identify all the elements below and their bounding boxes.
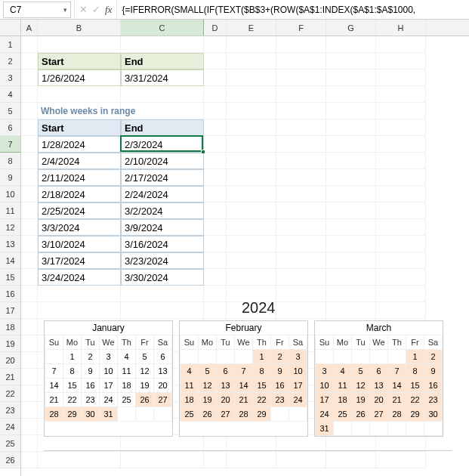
row-header[interactable]: 13 — [0, 236, 20, 252]
cell[interactable] — [121, 452, 204, 468]
cell[interactable] — [38, 452, 121, 468]
cell[interactable] — [376, 286, 426, 302]
cell[interactable] — [326, 153, 376, 169]
calendar-day[interactable]: 13 — [217, 379, 235, 393]
row-header[interactable]: 23 — [0, 402, 20, 419]
calendar-day[interactable] — [118, 407, 136, 422]
cell[interactable]: 2/18/2024 — [38, 186, 121, 202]
calendar-day[interactable]: 18 — [334, 393, 352, 407]
calendar-day[interactable] — [136, 407, 154, 422]
calendar-day[interactable]: 15 — [253, 379, 271, 393]
cell[interactable] — [121, 103, 204, 119]
cell[interactable] — [276, 435, 326, 452]
calendar-day[interactable]: 25 — [118, 393, 136, 407]
calendar-day[interactable]: 23 — [82, 393, 100, 407]
col-header[interactable]: D — [204, 20, 227, 36]
formula-input[interactable]: {=IFERROR(SMALL(IF(TEXT($B$3+(ROW($A$1:I… — [117, 0, 469, 19]
row-header[interactable]: 1 — [0, 36, 20, 53]
cell[interactable] — [204, 269, 227, 286]
cell[interactable] — [204, 86, 227, 103]
cell[interactable] — [21, 169, 38, 186]
cell[interactable] — [227, 169, 276, 186]
cell[interactable] — [326, 236, 376, 252]
cell[interactable] — [204, 202, 227, 219]
calendar-day[interactable] — [199, 350, 217, 364]
calendar-day[interactable]: 24 — [289, 393, 307, 407]
cell[interactable] — [38, 36, 121, 53]
calendar-day[interactable]: 2 — [424, 350, 443, 364]
cell[interactable] — [21, 136, 38, 153]
calendar-day[interactable]: 26 — [199, 407, 217, 422]
cell[interactable] — [376, 86, 426, 103]
calendar-day[interactable]: 16 — [424, 379, 443, 393]
cell[interactable] — [376, 153, 426, 169]
cell[interactable] — [204, 70, 227, 86]
calendar-day[interactable]: 4 — [181, 364, 199, 379]
calendar-day[interactable]: 26 — [136, 393, 154, 407]
cell[interactable] — [376, 70, 426, 86]
cell[interactable] — [376, 36, 426, 53]
cell[interactable] — [376, 53, 426, 70]
cell[interactable] — [227, 136, 276, 153]
cell[interactable]: 3/17/2024 — [38, 252, 121, 269]
cell[interactable] — [376, 202, 426, 219]
cell[interactable]: 3/3/2024 — [38, 219, 121, 236]
cell[interactable] — [326, 252, 376, 269]
cell[interactable] — [227, 252, 276, 269]
calendar-day[interactable]: 23 — [424, 393, 443, 407]
cell[interactable]: 2/17/2024 — [121, 169, 204, 186]
calendar-day[interactable]: 5 — [136, 350, 154, 364]
cell[interactable]: 2/24/2024 — [121, 186, 204, 202]
calendar-day[interactable] — [316, 350, 334, 364]
cell[interactable] — [326, 86, 376, 103]
row-header[interactable]: 3 — [0, 70, 20, 86]
calendar-day[interactable]: 10 — [316, 379, 334, 393]
row-header[interactable]: 15 — [0, 269, 20, 286]
cell[interactable] — [204, 53, 227, 70]
cell[interactable] — [376, 452, 426, 468]
calendar-day[interactable]: 24 — [316, 407, 334, 422]
row-header[interactable]: 6 — [0, 119, 20, 136]
calendar-day[interactable] — [388, 350, 406, 364]
calendar-day[interactable]: 30 — [424, 407, 443, 422]
row-header[interactable]: 11 — [0, 202, 20, 219]
cell[interactable]: 3/10/2024 — [38, 236, 121, 252]
calendar-day[interactable] — [154, 407, 172, 422]
calendar-day[interactable]: 14 — [45, 379, 63, 393]
calendar-day[interactable]: 14 — [388, 379, 406, 393]
calendar-day[interactable]: 18 — [118, 379, 136, 393]
cell[interactable] — [276, 119, 326, 136]
calendar-day[interactable]: 27 — [370, 407, 388, 422]
cell[interactable] — [276, 136, 326, 153]
calendar-day[interactable]: 17 — [100, 379, 118, 393]
cell[interactable] — [376, 302, 426, 319]
cell[interactable] — [227, 103, 276, 119]
calendar-day[interactable]: 4 — [118, 350, 136, 364]
calendar-day[interactable]: 29 — [253, 407, 271, 422]
cell[interactable] — [204, 136, 227, 153]
cell[interactable] — [38, 302, 121, 319]
calendar-day[interactable]: 25 — [334, 407, 352, 422]
calendar-day[interactable]: 22 — [253, 393, 271, 407]
cell[interactable]: End — [121, 119, 204, 136]
cell[interactable] — [121, 286, 204, 302]
cell[interactable] — [21, 119, 38, 136]
calendar-day[interactable] — [370, 422, 388, 436]
cell[interactable]: Start — [38, 119, 121, 136]
cell[interactable] — [21, 36, 38, 53]
row-header[interactable]: 19 — [0, 335, 20, 352]
cell[interactable]: 2/4/2024 — [38, 153, 121, 169]
calendar-day[interactable]: 25 — [181, 407, 199, 422]
cell[interactable]: 2/11/2024 — [38, 169, 121, 186]
cell[interactable] — [376, 269, 426, 286]
cell[interactable]: End — [121, 53, 204, 70]
cell[interactable] — [326, 219, 376, 236]
cell[interactable]: 2/10/2024 — [121, 153, 204, 169]
row-header[interactable]: 21 — [0, 369, 20, 385]
select-all-corner[interactable] — [0, 20, 20, 36]
cell[interactable] — [376, 119, 426, 136]
cell[interactable] — [204, 153, 227, 169]
calendar-day[interactable] — [406, 422, 424, 436]
cell[interactable] — [38, 286, 121, 302]
cell[interactable]: 1/26/2024 — [38, 70, 121, 86]
